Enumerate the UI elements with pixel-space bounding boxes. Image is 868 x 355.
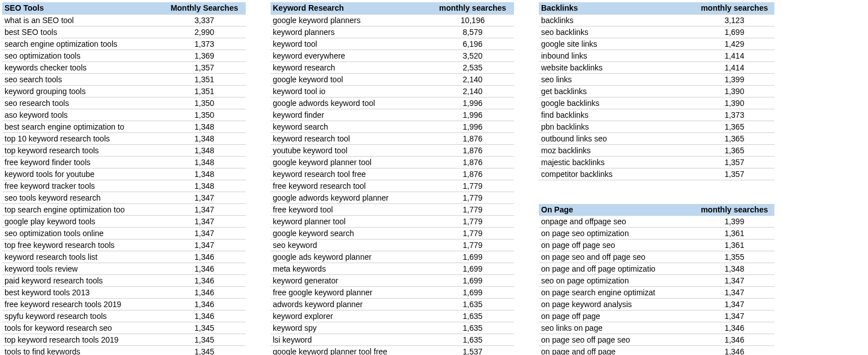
table-row[interactable]: website backlinks1,414 — [539, 61, 774, 73]
cell-term[interactable]: competitor backlinks — [539, 168, 694, 180]
cell-value[interactable]: 1,351 — [163, 73, 246, 85]
cell-value[interactable]: 1,361 — [694, 228, 774, 239]
cell-term[interactable]: google keyword tool — [271, 73, 431, 85]
cell-term[interactable]: keyword research — [271, 61, 431, 73]
cell-term[interactable]: majestic backlinks — [539, 156, 694, 168]
cell-value[interactable]: 1,876 — [431, 168, 514, 180]
table-row[interactable]: lsi keyword1,635 — [271, 334, 514, 345]
table-row[interactable]: get backlinks1,390 — [539, 85, 774, 97]
cell-value[interactable]: 1,699 — [694, 26, 774, 38]
cell-value[interactable]: 1,347 — [163, 215, 246, 227]
cell-term[interactable]: on page search engine optimizat — [539, 287, 694, 299]
table-row[interactable]: keyword tool io2,140 — [271, 85, 514, 97]
table-row[interactable]: on page keyword analysis1,347 — [539, 299, 774, 310]
cell-value[interactable]: 1,399 — [694, 216, 774, 228]
cell-term[interactable]: seo optimization tools online — [2, 227, 163, 239]
table-row[interactable]: on page off page1,347 — [539, 310, 774, 322]
table-row[interactable]: moz backlinks1,365 — [539, 144, 774, 156]
cell-value[interactable]: 1,347 — [163, 227, 246, 239]
cell-term[interactable]: best search engine optimization to — [2, 121, 163, 132]
cell-term[interactable]: seo on page optimization — [539, 275, 694, 287]
table-row[interactable]: keyword spy1,635 — [271, 322, 514, 334]
cell-value[interactable]: 1,346 — [694, 322, 774, 334]
cell-term[interactable]: free keyword tool — [271, 203, 431, 215]
cell-term[interactable]: on page off page seo — [539, 239, 694, 251]
cell-term[interactable]: keyword search — [271, 121, 431, 132]
cell-term[interactable]: top keyword research tools 2019 — [2, 334, 163, 345]
cell-value[interactable]: 2,140 — [431, 73, 514, 85]
cell-term[interactable]: keyword planner tool — [271, 215, 431, 227]
table-row[interactable]: google keyword planner tool free1,537 — [271, 345, 514, 355]
table-row[interactable]: free keyword tool1,779 — [271, 203, 514, 215]
table-row[interactable]: top search engine optimization too1,347 — [2, 203, 246, 215]
cell-term[interactable]: inbound links — [539, 50, 694, 61]
cell-value[interactable]: 1,348 — [163, 180, 246, 192]
table-row[interactable]: top 10 keyword research tools1,348 — [2, 132, 246, 144]
table-row[interactable]: spyfu keyword research tools1,346 — [2, 310, 246, 322]
table-row[interactable]: keyword generator1,699 — [271, 274, 514, 286]
cell-value[interactable]: 1,996 — [431, 109, 514, 121]
table-row[interactable]: best search engine optimization to1,348 — [2, 121, 246, 132]
cell-value[interactable]: 1,348 — [163, 168, 246, 180]
cell-term[interactable]: seo keyword — [271, 239, 431, 251]
table-row[interactable]: seo optimization tools online1,347 — [2, 227, 246, 239]
cell-value[interactable]: 1,779 — [431, 180, 514, 192]
cell-value[interactable]: 1,348 — [694, 263, 774, 275]
cell-term[interactable]: seo links on page — [539, 322, 694, 334]
cell-value[interactable]: 1,346 — [163, 286, 246, 298]
table-row[interactable]: keyword research tools list1,346 — [2, 251, 246, 263]
table-row[interactable]: on page off page seo1,361 — [539, 239, 774, 251]
cell-value[interactable]: 6,196 — [431, 38, 514, 50]
cell-value[interactable]: 1,365 — [694, 132, 774, 144]
cell-term[interactable]: pbn backlinks — [539, 121, 694, 132]
table-row[interactable]: google ads keyword planner1,699 — [271, 251, 514, 263]
table-row[interactable]: seo links on page1,346 — [539, 322, 774, 334]
cell-term[interactable]: on page and off page optimizatio — [539, 263, 694, 275]
cell-term[interactable]: seo optimization tools — [2, 50, 163, 61]
cell-value[interactable]: 1,996 — [431, 121, 514, 132]
table-row[interactable]: aso keyword tools1,350 — [2, 109, 246, 121]
table-row[interactable]: find backlinks1,373 — [539, 109, 774, 121]
table-row[interactable]: what is an SEO tool3,337 — [2, 14, 246, 26]
cell-term[interactable]: google keyword search — [271, 227, 431, 239]
table-row[interactable]: google keyword search1,779 — [271, 227, 514, 239]
cell-term[interactable]: keyword generator — [271, 274, 431, 286]
table-row[interactable]: outbound links seo1,365 — [539, 132, 774, 144]
header-term[interactable]: On Page — [539, 204, 694, 216]
cell-term[interactable]: outbound links seo — [539, 132, 694, 144]
cell-value[interactable]: 1,346 — [163, 251, 246, 263]
table-row[interactable]: seo optimization tools1,369 — [2, 50, 246, 61]
table-row[interactable]: seo links1,399 — [539, 73, 774, 85]
cell-value[interactable]: 1,347 — [694, 310, 774, 322]
table-row[interactable]: best SEO tools2,990 — [2, 26, 246, 38]
cell-value[interactable]: 1,346 — [694, 334, 774, 346]
cell-term[interactable]: keyword tool — [271, 38, 431, 50]
table-row[interactable]: keyword planner tool1,779 — [271, 215, 514, 227]
header-value[interactable]: monthly searches — [694, 2, 774, 14]
table-row[interactable]: keyword tool6,196 — [271, 38, 514, 50]
header-term[interactable]: Backlinks — [539, 2, 694, 14]
cell-term[interactable]: get backlinks — [539, 85, 694, 97]
cell-term[interactable]: keyword research tool free — [271, 168, 431, 180]
table-row[interactable]: free google keyword planner1,699 — [271, 286, 514, 298]
cell-value[interactable]: 1,876 — [431, 144, 514, 156]
cell-value[interactable]: 10,196 — [431, 14, 514, 26]
table-row[interactable]: tools to find keywords1,345 — [2, 345, 246, 355]
table-row[interactable]: backlinks3,123 — [539, 14, 774, 26]
cell-value[interactable]: 1,346 — [163, 274, 246, 286]
cell-value[interactable]: 1,876 — [431, 132, 514, 144]
cell-term[interactable]: keyword everywhere — [271, 50, 431, 61]
cell-value[interactable]: 1,373 — [163, 38, 246, 50]
cell-term[interactable]: keyword tools for youtube — [2, 168, 163, 180]
cell-value[interactable]: 1,779 — [431, 227, 514, 239]
cell-term[interactable]: paid keyword research tools — [2, 274, 163, 286]
cell-value[interactable]: 1,373 — [694, 109, 774, 121]
table-row[interactable]: keyword search1,996 — [271, 121, 514, 132]
header-value[interactable]: monthly searches — [694, 204, 774, 216]
cell-value[interactable]: 1,346 — [163, 298, 246, 310]
table-row[interactable]: pbn backlinks1,365 — [539, 121, 774, 132]
table-seo-tools[interactable]: SEO Tools Monthly Searches what is an SE… — [2, 2, 246, 355]
cell-value[interactable]: 1,351 — [163, 85, 246, 97]
table-row[interactable]: keyword everywhere3,520 — [271, 50, 514, 61]
cell-term[interactable]: search engine optimization tools — [2, 38, 163, 50]
